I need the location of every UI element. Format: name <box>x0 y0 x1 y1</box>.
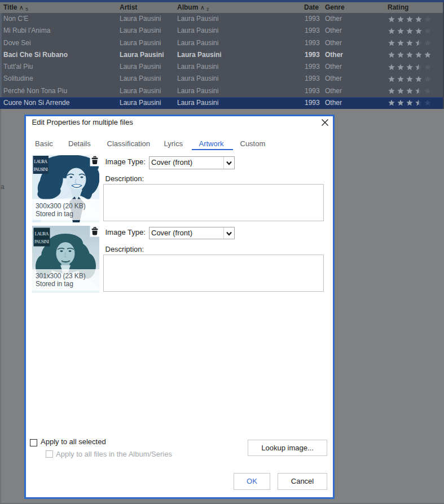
svg-text:LAURA: LAURA <box>34 159 47 164</box>
svg-text:PAUSINI: PAUSINI <box>34 239 49 244</box>
svg-text:PAUSINI: PAUSINI <box>34 167 48 172</box>
svg-text:LAURA: LAURA <box>35 231 49 236</box>
